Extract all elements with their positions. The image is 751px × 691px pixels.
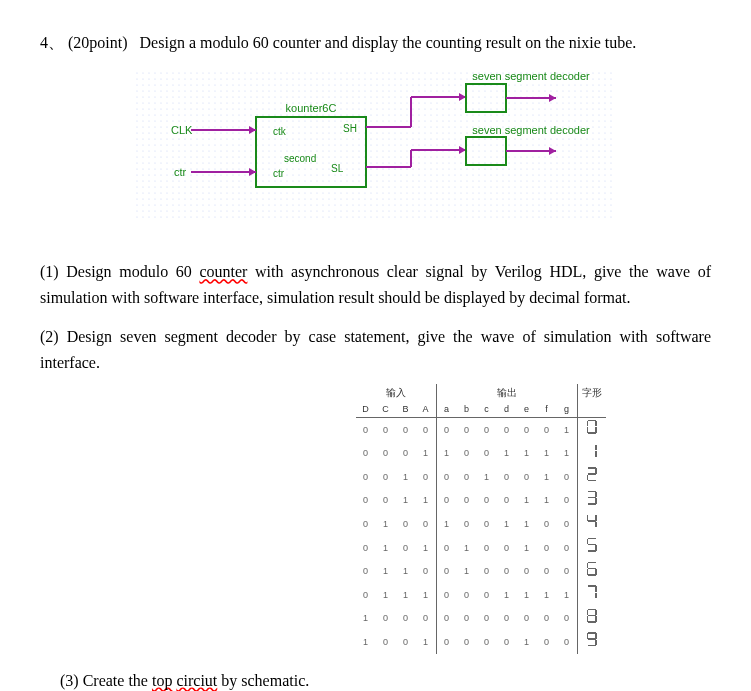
table-glyph-cell [577, 560, 606, 584]
table-row: 00100010010 [356, 465, 606, 489]
table-cell: 1 [517, 583, 537, 607]
table-col-in-C: C [376, 401, 396, 418]
table-col-out-c: c [477, 401, 497, 418]
table-cell: 0 [356, 512, 376, 536]
table-cell: 1 [497, 442, 517, 466]
table-cell: 0 [376, 489, 396, 513]
table-cell: 1 [416, 442, 437, 466]
table-cell: 0 [497, 417, 517, 441]
table-cell: 0 [457, 512, 477, 536]
table-cell: 1 [416, 583, 437, 607]
table-cell: 1 [537, 442, 557, 466]
table-cell: 1 [557, 442, 578, 466]
table-cell: 0 [416, 512, 437, 536]
table-cell: 0 [356, 583, 376, 607]
table-col-in-D: D [356, 401, 376, 418]
part-1-squiggle: counter [199, 263, 247, 280]
table-cell: 1 [376, 583, 396, 607]
part-2-text: (2) Design seven segment decoder by case… [40, 328, 711, 371]
question-prompt: 4、 (20point) Design a modulo 60 counter … [40, 30, 711, 56]
truth-table: 输入 输出 字形 DCBAabcdefg 0000000000100011001… [356, 384, 606, 654]
table-cell: 0 [537, 512, 557, 536]
table-cell: 0 [497, 630, 517, 654]
part-3-text-a: (3) Create the [60, 672, 152, 689]
table-cell: 0 [497, 536, 517, 560]
table-cell: 0 [457, 630, 477, 654]
table-cell: 0 [376, 607, 396, 631]
table-col-glyph [577, 401, 606, 418]
table-cell: 0 [477, 536, 497, 560]
table-row: 01100100000 [356, 560, 606, 584]
question-points: (20point) [68, 34, 128, 51]
question-number: 4、 [40, 34, 64, 51]
table-col-in-A: A [416, 401, 437, 418]
table-cell: 1 [416, 489, 437, 513]
table-cell: 1 [517, 512, 537, 536]
table-glyph-cell [577, 583, 606, 607]
table-cell: 0 [477, 560, 497, 584]
table-cell: 0 [457, 489, 477, 513]
diagram-label-decoder1: seven segment decoder [472, 72, 590, 82]
table-cell: 0 [457, 583, 477, 607]
table-cell: 0 [537, 630, 557, 654]
table-glyph-cell [577, 442, 606, 466]
table-col-out-e: e [517, 401, 537, 418]
table-cell: 1 [517, 536, 537, 560]
table-col-in-B: B [396, 401, 416, 418]
part-3: (3) Create the top circiut by schematic. [40, 668, 711, 691]
table-cell: 0 [477, 489, 497, 513]
table-cell: 0 [356, 536, 376, 560]
table-cell: 1 [517, 489, 537, 513]
table-cell: 0 [477, 512, 497, 536]
table-cell: 0 [477, 442, 497, 466]
table-cell: 0 [517, 607, 537, 631]
table-cell: 0 [396, 607, 416, 631]
table-cell: 0 [416, 417, 437, 441]
table-cell: 1 [557, 417, 578, 441]
diagram-label-clk: CLK [171, 124, 193, 136]
table-glyph-cell [577, 465, 606, 489]
table-cell: 1 [497, 512, 517, 536]
table-cell: 0 [396, 630, 416, 654]
table-cell: 0 [436, 536, 457, 560]
table-cell: 1 [477, 465, 497, 489]
table-row: 01110001111 [356, 583, 606, 607]
part-3-text-b: by schematic. [217, 672, 309, 689]
table-cell: 0 [356, 442, 376, 466]
table-cell: 1 [356, 630, 376, 654]
table-cell: 0 [497, 560, 517, 584]
table-cell: 1 [517, 630, 537, 654]
table-cell: 1 [457, 560, 477, 584]
table-cell: 1 [537, 489, 557, 513]
diagram-label-counter: kounter6C [285, 102, 336, 114]
table-cell: 0 [436, 489, 457, 513]
diagram-label-ctr: ctr [174, 166, 187, 178]
table-row: 10000000000 [356, 607, 606, 631]
table-head-glyph: 字形 [577, 384, 606, 401]
table-cell: 1 [376, 560, 396, 584]
table-cell: 0 [557, 465, 578, 489]
table-cell: 0 [436, 465, 457, 489]
table-head-input: 输入 [356, 384, 437, 401]
table-cell: 0 [537, 536, 557, 560]
table-cell: 1 [497, 583, 517, 607]
table-col-out-a: a [436, 401, 457, 418]
diagram-label-second: second [284, 153, 316, 164]
table-cell: 0 [537, 607, 557, 631]
table-cell: 0 [436, 583, 457, 607]
table-cell: 0 [376, 630, 396, 654]
table-cell: 0 [517, 465, 537, 489]
part-2: (2) Design seven segment decoder by case… [40, 324, 711, 375]
table-cell: 0 [557, 560, 578, 584]
table-cell: 0 [557, 630, 578, 654]
table-cell: 0 [376, 417, 396, 441]
block-diagram: kounter6C ctk second ctr SH SL CLK ctr s… [40, 72, 711, 230]
table-head-output: 输出 [436, 384, 577, 401]
table-cell: 0 [477, 583, 497, 607]
table-glyph-cell [577, 536, 606, 560]
table-col-out-g: g [557, 401, 578, 418]
svg-rect-1 [136, 72, 616, 222]
table-cell: 0 [537, 560, 557, 584]
table-cell: 0 [356, 560, 376, 584]
table-cell: 0 [457, 417, 477, 441]
